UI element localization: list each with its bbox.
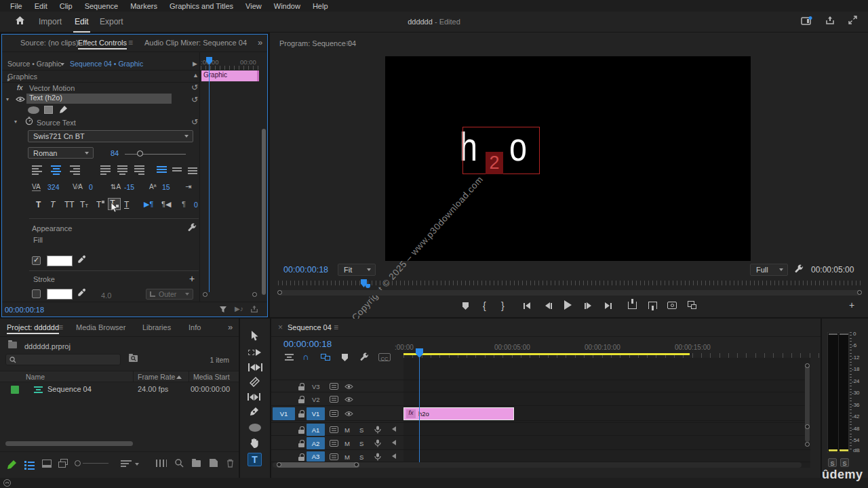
zoom-slider-track[interactable] <box>83 463 108 464</box>
font-size-slider[interactable] <box>125 154 186 155</box>
a2-source-icon[interactable] <box>330 440 338 447</box>
ec-mini-ruler[interactable] <box>201 66 260 70</box>
ec-hscroll-right-handle[interactable] <box>252 292 257 297</box>
fullscreen-icon[interactable] <box>848 16 857 24</box>
program-scroll-right-handle[interactable] <box>857 290 862 295</box>
fit-dropdown[interactable]: Fit <box>338 264 376 276</box>
leading-value[interactable]: -15 <box>124 183 134 191</box>
icon-view-button[interactable] <box>42 460 52 468</box>
track-select-forward-tool[interactable] <box>248 348 262 357</box>
hand-tool[interactable] <box>250 438 259 448</box>
comparison-view-button[interactable] <box>688 301 694 307</box>
step-back-button[interactable] <box>545 302 552 309</box>
new-bin-button[interactable] <box>192 460 201 468</box>
v3-source-icon[interactable] <box>330 383 338 390</box>
panel-menu-icon[interactable]: ≡ <box>128 38 133 47</box>
snap-magnet-icon[interactable]: ∩ <box>302 352 309 362</box>
stroke-color-swatch[interactable] <box>47 289 73 300</box>
baseline-shift-value[interactable]: 15 <box>162 183 170 191</box>
timeline-hscroll-left-handle[interactable] <box>277 462 281 467</box>
menu-sequence[interactable]: Sequence <box>79 2 125 10</box>
label-color-chip[interactable] <box>11 386 19 394</box>
tracking-value[interactable]: 324 <box>47 183 60 191</box>
timeline-settings-wrench-icon[interactable] <box>359 352 369 362</box>
extract-button[interactable] <box>648 302 657 309</box>
add-marker-button[interactable] <box>462 302 469 310</box>
solo-right-button[interactable]: S <box>840 458 849 467</box>
menu-view[interactable]: View <box>239 2 268 10</box>
captions-icon[interactable]: CC <box>378 353 391 361</box>
menu-window[interactable]: Window <box>268 2 307 10</box>
project-search-input[interactable] <box>5 354 121 365</box>
go-to-out-button[interactable] <box>605 302 612 309</box>
a3-voiceover-mic-icon[interactable] <box>374 453 381 461</box>
fill-color-swatch[interactable] <box>47 256 73 266</box>
v2-eye-icon[interactable] <box>344 396 353 403</box>
menu-graphics-titles[interactable]: Graphics and Titles <box>163 2 239 10</box>
rect-mask-icon[interactable] <box>44 106 53 114</box>
program-scrollbar[interactable] <box>278 290 861 296</box>
ltr-direction-icon[interactable]: ▶¶ <box>144 200 153 209</box>
rtl-direction-icon[interactable]: ¶◀ <box>161 200 171 209</box>
selection-tool[interactable] <box>250 331 259 342</box>
text-layer-eye-icon[interactable] <box>16 96 25 102</box>
tab-project[interactable]: Project: dddddd <box>7 323 59 331</box>
project-panel-menu-icon[interactable]: ≡ <box>58 323 63 332</box>
stroke-eyedropper-icon[interactable] <box>77 288 86 297</box>
v1-track-name[interactable]: V1 <box>307 407 325 420</box>
lift-button[interactable] <box>628 302 637 309</box>
tab-source-monitor[interactable]: Source: (no clips) <box>20 39 79 47</box>
faux-bold-icon[interactable]: T <box>36 200 41 209</box>
work-area-bar[interactable] <box>403 353 690 355</box>
underline-icon[interactable]: T <box>124 200 129 209</box>
align-left-icon[interactable] <box>32 165 42 175</box>
appearance-settings-wrench-icon[interactable] <box>187 223 197 232</box>
stroke-checkbox[interactable] <box>32 289 41 298</box>
creative-cloud-icon[interactable] <box>3 479 11 487</box>
small-caps-icon[interactable]: TT <box>80 200 88 209</box>
reset-text-layer-icon[interactable]: ↺ <box>191 95 198 104</box>
clip-h2o[interactable]: fx h2o <box>403 407 514 420</box>
play-button[interactable] <box>564 300 572 311</box>
a3-lock-icon[interactable] <box>298 453 304 460</box>
menu-file[interactable]: File <box>4 2 28 10</box>
text-layer-row[interactable]: Text (h2o) <box>26 94 172 104</box>
program-settings-wrench-icon[interactable] <box>794 264 804 274</box>
find-button[interactable] <box>175 459 184 468</box>
delete-button[interactable] <box>226 459 234 468</box>
v1-eye-icon[interactable] <box>344 411 353 417</box>
a1-source-icon[interactable] <box>330 426 338 433</box>
stroke-style-dropdown[interactable]: Outer <box>146 289 193 300</box>
a1-track-name[interactable]: A1 <box>307 424 325 436</box>
a2-mute-button[interactable]: M <box>344 440 350 447</box>
new-item-button[interactable] <box>210 459 218 467</box>
timeline-vscroll-bottom-handle[interactable] <box>805 424 810 429</box>
text-layer-twirl[interactable]: ▾ <box>6 96 9 102</box>
list-view-button[interactable] <box>24 461 35 468</box>
a3-track-name[interactable]: A3 <box>307 451 325 462</box>
breadcrumb-source[interactable]: Source • Graphic <box>7 60 62 68</box>
property-source-text[interactable]: Source Text <box>37 119 76 127</box>
a2-solo-button[interactable]: S <box>359 440 363 447</box>
menu-help[interactable]: Help <box>307 2 334 10</box>
justify-last-right-icon[interactable] <box>134 165 144 175</box>
sort-options-button[interactable] <box>121 460 132 468</box>
vector-motion-twirl[interactable]: ▸ <box>7 77 10 83</box>
a2-track-name[interactable]: A2 <box>307 437 325 449</box>
a2-voiceover-mic-icon[interactable] <box>374 439 381 447</box>
mark-in-button[interactable]: { <box>483 300 486 311</box>
a1-voiceover-mic-icon[interactable] <box>374 426 381 434</box>
kerning-value[interactable]: 0 <box>89 183 93 191</box>
share-icon[interactable] <box>825 16 835 25</box>
show-timeline-icon[interactable]: ▶ <box>193 60 197 67</box>
project-hscrollbar[interactable] <box>5 441 133 446</box>
menu-markers[interactable]: Markers <box>124 2 163 10</box>
top-align-icon[interactable] <box>172 167 182 171</box>
a3-mute-button[interactable]: M <box>344 453 350 461</box>
a1-mute-button[interactable]: M <box>344 426 350 434</box>
pen-tool[interactable] <box>250 407 259 416</box>
font-size-value[interactable]: 84 <box>111 149 119 157</box>
timeline-vscroll-extra-handle[interactable] <box>805 442 810 447</box>
all-caps-icon[interactable]: TT <box>64 200 75 209</box>
program-panel-menu-icon[interactable]: ≡ <box>346 39 351 48</box>
